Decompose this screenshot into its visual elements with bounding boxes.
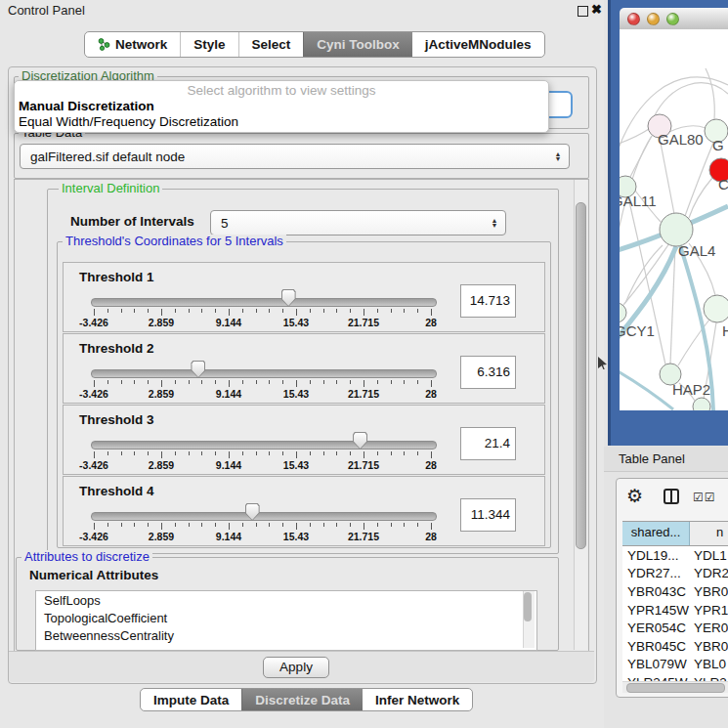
network-edge[interactable] [689, 178, 712, 218]
table-row[interactable]: YBR043CYBR0 [622, 582, 728, 601]
attributes-scrollbar-thumb[interactable] [524, 592, 532, 621]
network-node-gal4[interactable] [660, 213, 693, 246]
number-of-intervals-spinner[interactable]: 5 ▲▼ [210, 210, 506, 236]
numerical-attributes-heading: Numerical Attributes [29, 568, 158, 582]
bottom-tab-discretize-data[interactable]: Discretize Data [241, 689, 363, 710]
table-data-combobox[interactable]: galFiltered.sif default node ▲▼ [20, 144, 570, 169]
tab-jactivemnodules[interactable]: jActiveMNodules [412, 32, 544, 57]
network-node-gcy1[interactable] [620, 303, 626, 322]
slider-tick-label: -3.426 [69, 388, 118, 400]
slider-tick [189, 380, 190, 384]
table-rows: YDL19...YDL1YDR27...YDR2YBR043CYBR0YPR14… [622, 546, 728, 681]
attribute-item-topologicalcoefficient[interactable]: TopologicalCoefficient [36, 609, 536, 626]
table-row[interactable]: YLR345WYLR3 [622, 673, 728, 681]
threshold-slider-track[interactable] [91, 369, 437, 378]
table-row[interactable]: YBR045CYBR0 [622, 637, 728, 656]
tab-label: Select [252, 37, 291, 52]
columns-icon[interactable] [664, 489, 679, 508]
table-row[interactable]: YDR27...YDR2 [622, 565, 728, 583]
slider-tick [336, 523, 337, 527]
slider-tick-label: 15.43 [272, 317, 321, 328]
slider-tick [336, 451, 337, 455]
network-edge[interactable] [625, 245, 663, 303]
slider-tick [121, 523, 122, 527]
table-row[interactable]: YBL079WYBL0 [622, 656, 728, 674]
stepper-arrows-icon[interactable]: ▲▼ [551, 151, 565, 161]
tab-cyni-toolbox[interactable]: Cyni Toolbox [303, 32, 412, 57]
slider-tick [121, 380, 122, 384]
threshold-value-field[interactable]: 21.4 [460, 427, 516, 460]
mac-close-button[interactable] [627, 13, 640, 25]
tab-select[interactable]: Select [238, 32, 304, 57]
network-edge[interactable] [706, 68, 714, 120]
threshold-slider-track[interactable] [91, 512, 437, 521]
settings-scrollbar-thumb[interactable] [576, 202, 586, 549]
slider-tick [201, 309, 202, 313]
bottom-tab-infer-network[interactable]: Infer Network [363, 689, 472, 710]
threshold-slider-track[interactable] [91, 441, 437, 450]
slider-tick-label: 2.859 [137, 388, 186, 400]
mac-minimize-button[interactable] [647, 13, 660, 25]
dropdown-option-manual-discretization[interactable]: Manual Discretization [15, 99, 548, 114]
table-row[interactable]: YDL19...YDL1 [622, 546, 728, 565]
slider-tick-label: 15.43 [272, 459, 321, 471]
bottom-tab-impute-data[interactable]: Impute Data [141, 689, 241, 710]
network-canvas[interactable]: GAL80GCGAL11GAL4GCY1HHAP2 [620, 29, 728, 410]
dropdown-option-equal-width-frequency[interactable]: Equal Width/Frequency Discretization [15, 114, 548, 130]
numerical-attributes-list[interactable]: SelfLoopsTopologicalCoefficientBetweenne… [35, 590, 537, 651]
slider-tick [189, 309, 190, 313]
slider-tick-label: 15.43 [272, 531, 321, 542]
stepper-arrows-icon[interactable]: ▲▼ [488, 218, 501, 228]
slider-tick-label: 2.859 [137, 317, 186, 328]
table-row[interactable]: YER054CYER0 [622, 619, 728, 637]
slider-tick [431, 523, 432, 530]
slider-tick [242, 309, 243, 313]
checkboxes-icon[interactable]: ☑☑ [693, 491, 716, 504]
threshold-slider-track[interactable] [91, 298, 437, 307]
node-label-gal80: GAL80 [658, 131, 704, 148]
threshold-value-field[interactable]: 6.316 [460, 356, 516, 389]
threshold-box-2: Threshold 2-3.4262.8599.14415.4321.71528… [63, 333, 545, 404]
network-node-h[interactable] [704, 295, 728, 322]
float-icon[interactable] [578, 6, 588, 17]
mac-zoom-button[interactable] [666, 13, 679, 25]
threshold-label: Threshold 2 [79, 341, 154, 356]
table-header-shared[interactable]: shared... [622, 522, 690, 545]
tab-network[interactable]: Network [85, 32, 180, 57]
slider-tick [323, 380, 324, 384]
thresholds-group-title: Threshold's Coordinates for 5 Intervals [63, 235, 286, 247]
attribute-item-betweennesscentrality[interactable]: BetweennessCentrality [36, 626, 536, 644]
attribute-item-selfloops[interactable]: SelfLoops [36, 591, 536, 609]
network-edge[interactable] [620, 129, 649, 147]
threshold-value-field[interactable]: 14.713 [460, 284, 516, 318]
apply-button[interactable]: Apply [263, 657, 329, 678]
slider-tick [215, 380, 216, 384]
slider-tick-label: 15.43 [272, 388, 321, 400]
slider-tick [310, 523, 311, 527]
network-edge[interactable] [660, 138, 674, 214]
table-row[interactable]: YPR145WYPR1 [622, 601, 728, 620]
network-edge[interactable] [685, 143, 713, 216]
slider-tick [215, 523, 216, 527]
slider-tick [364, 309, 364, 316]
slider-tick-label: -3.426 [69, 531, 118, 542]
table-hscrollbar-thumb[interactable] [626, 683, 725, 693]
slider-tick [269, 523, 270, 527]
slider-tick [310, 380, 311, 384]
network-node[interactable] [693, 398, 710, 410]
threshold-box-4: Threshold 4-3.4262.8599.14415.4321.71528… [63, 476, 545, 546]
slider-tick [377, 309, 378, 313]
gear-icon[interactable]: ⚙ [626, 485, 643, 507]
close-icon[interactable]: ✖ [591, 2, 602, 17]
tab-style[interactable]: Style [180, 32, 237, 57]
slider-tick-label: 28 [407, 459, 455, 471]
slider-tick [364, 451, 364, 458]
attributes-group-title: Attributes to discretize [21, 550, 152, 563]
threshold-value-field[interactable]: 11.344 [460, 498, 516, 532]
network-edge[interactable] [654, 83, 728, 117]
slider-tick [148, 309, 149, 313]
table-header-name[interactable]: n [690, 522, 728, 545]
dropdown-placeholder-option[interactable]: Select algorithm to view settings [15, 83, 548, 99]
network-window-titlebar[interactable] [620, 8, 728, 30]
slider-tick [282, 380, 283, 384]
